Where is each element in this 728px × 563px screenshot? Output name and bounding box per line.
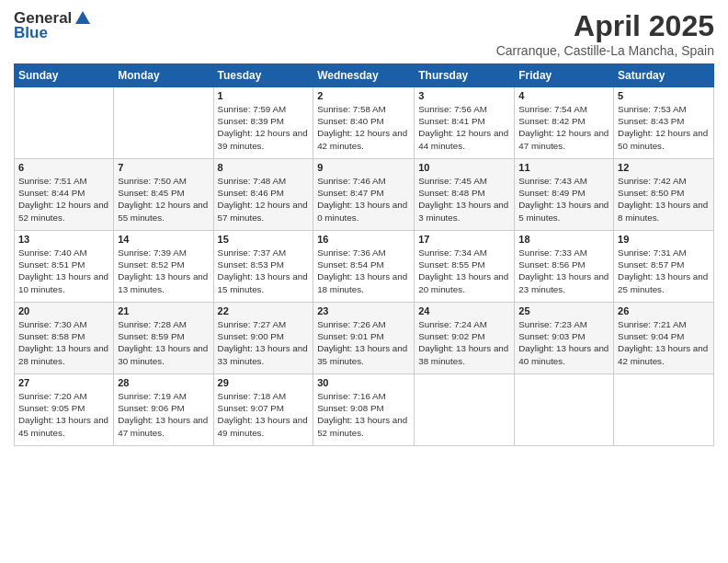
calendar-week-row: 20Sunrise: 7:30 AM Sunset: 8:58 PM Dayli… xyxy=(15,303,714,374)
calendar-cell: 1Sunrise: 7:59 AM Sunset: 8:39 PM Daylig… xyxy=(213,87,313,159)
calendar-cell: 10Sunrise: 7:45 AM Sunset: 8:48 PM Dayli… xyxy=(415,159,515,231)
day-info: Sunrise: 7:56 AM Sunset: 8:41 PM Dayligh… xyxy=(418,103,510,152)
day-info: Sunrise: 7:51 AM Sunset: 8:44 PM Dayligh… xyxy=(18,175,109,224)
day-info: Sunrise: 7:46 AM Sunset: 8:47 PM Dayligh… xyxy=(317,175,410,224)
day-info: Sunrise: 7:39 AM Sunset: 8:52 PM Dayligh… xyxy=(118,247,209,295)
day-info: Sunrise: 7:30 AM Sunset: 8:58 PM Dayligh… xyxy=(18,318,109,367)
day-number: 21 xyxy=(118,305,209,316)
calendar-cell: 8Sunrise: 7:48 AM Sunset: 8:46 PM Daylig… xyxy=(213,159,313,231)
calendar-cell: 3Sunrise: 7:56 AM Sunset: 8:41 PM Daylig… xyxy=(415,87,515,159)
day-number: 13 xyxy=(18,234,109,245)
day-number: 2 xyxy=(317,90,410,101)
calendar-cell xyxy=(15,87,114,159)
day-number: 22 xyxy=(218,305,310,316)
calendar-cell: 23Sunrise: 7:26 AM Sunset: 9:01 PM Dayli… xyxy=(313,303,415,374)
calendar-cell: 25Sunrise: 7:23 AM Sunset: 9:03 PM Dayli… xyxy=(515,303,614,374)
calendar-table: Sunday Monday Tuesday Wednesday Thursday… xyxy=(14,63,714,446)
title-block: April 2025 Carranque, Castille-La Mancha… xyxy=(496,9,714,58)
day-info: Sunrise: 7:20 AM Sunset: 9:05 PM Dayligh… xyxy=(18,390,109,439)
day-info: Sunrise: 7:50 AM Sunset: 8:45 PM Dayligh… xyxy=(118,175,209,224)
day-number: 18 xyxy=(518,234,609,245)
day-number: 12 xyxy=(618,162,710,173)
logo: General Blue xyxy=(14,9,90,42)
day-number: 16 xyxy=(317,234,410,245)
calendar-cell: 6Sunrise: 7:51 AM Sunset: 8:44 PM Daylig… xyxy=(15,159,114,231)
calendar-cell: 24Sunrise: 7:24 AM Sunset: 9:02 PM Dayli… xyxy=(415,303,515,374)
calendar-cell: 13Sunrise: 7:40 AM Sunset: 8:51 PM Dayli… xyxy=(15,231,114,303)
col-friday: Friday xyxy=(515,64,614,87)
day-number: 24 xyxy=(418,305,510,316)
day-info: Sunrise: 7:19 AM Sunset: 9:06 PM Dayligh… xyxy=(118,390,209,439)
day-number: 10 xyxy=(418,162,510,173)
calendar-cell: 7Sunrise: 7:50 AM Sunset: 8:45 PM Daylig… xyxy=(114,159,213,231)
subtitle: Carranque, Castille-La Mancha, Spain xyxy=(496,43,714,58)
logo-blue: Blue xyxy=(14,24,48,42)
calendar-cell: 12Sunrise: 7:42 AM Sunset: 8:50 PM Dayli… xyxy=(614,159,714,231)
calendar-cell: 16Sunrise: 7:36 AM Sunset: 8:54 PM Dayli… xyxy=(313,231,415,303)
day-info: Sunrise: 7:45 AM Sunset: 8:48 PM Dayligh… xyxy=(418,175,510,224)
calendar-cell: 29Sunrise: 7:18 AM Sunset: 9:07 PM Dayli… xyxy=(213,374,313,446)
col-sunday: Sunday xyxy=(15,64,114,87)
col-saturday: Saturday xyxy=(614,64,714,87)
day-info: Sunrise: 7:26 AM Sunset: 9:01 PM Dayligh… xyxy=(317,318,410,367)
calendar-cell: 22Sunrise: 7:27 AM Sunset: 9:00 PM Dayli… xyxy=(213,303,313,374)
day-number: 6 xyxy=(18,162,109,173)
col-tuesday: Tuesday xyxy=(213,64,313,87)
calendar-cell xyxy=(614,374,714,446)
day-info: Sunrise: 7:18 AM Sunset: 9:07 PM Dayligh… xyxy=(218,390,310,439)
calendar-week-row: 27Sunrise: 7:20 AM Sunset: 9:05 PM Dayli… xyxy=(15,374,714,446)
calendar-cell: 11Sunrise: 7:43 AM Sunset: 8:49 PM Dayli… xyxy=(515,159,614,231)
day-info: Sunrise: 7:16 AM Sunset: 9:08 PM Dayligh… xyxy=(317,390,410,439)
day-number: 20 xyxy=(18,305,109,316)
day-info: Sunrise: 7:34 AM Sunset: 8:55 PM Dayligh… xyxy=(418,247,510,295)
col-monday: Monday xyxy=(114,64,213,87)
day-info: Sunrise: 7:28 AM Sunset: 8:59 PM Dayligh… xyxy=(118,318,209,367)
calendar-cell: 2Sunrise: 7:58 AM Sunset: 8:40 PM Daylig… xyxy=(313,87,415,159)
day-number: 15 xyxy=(218,234,310,245)
day-number: 5 xyxy=(618,90,710,101)
day-number: 11 xyxy=(518,162,609,173)
day-number: 23 xyxy=(317,305,410,316)
calendar-cell xyxy=(515,374,614,446)
day-info: Sunrise: 7:43 AM Sunset: 8:49 PM Dayligh… xyxy=(518,175,609,224)
calendar-cell: 19Sunrise: 7:31 AM Sunset: 8:57 PM Dayli… xyxy=(614,231,714,303)
calendar-cell: 14Sunrise: 7:39 AM Sunset: 8:52 PM Dayli… xyxy=(114,231,213,303)
day-info: Sunrise: 7:36 AM Sunset: 8:54 PM Dayligh… xyxy=(317,247,410,295)
calendar-cell: 21Sunrise: 7:28 AM Sunset: 8:59 PM Dayli… xyxy=(114,303,213,374)
day-number: 27 xyxy=(18,377,109,388)
day-info: Sunrise: 7:42 AM Sunset: 8:50 PM Dayligh… xyxy=(618,175,710,224)
day-info: Sunrise: 7:58 AM Sunset: 8:40 PM Dayligh… xyxy=(317,103,410,152)
calendar-cell: 4Sunrise: 7:54 AM Sunset: 8:42 PM Daylig… xyxy=(515,87,614,159)
day-number: 4 xyxy=(518,90,609,101)
day-number: 8 xyxy=(218,162,310,173)
calendar-cell xyxy=(114,87,213,159)
day-number: 19 xyxy=(618,234,710,245)
calendar-cell: 20Sunrise: 7:30 AM Sunset: 8:58 PM Dayli… xyxy=(15,303,114,374)
day-info: Sunrise: 7:31 AM Sunset: 8:57 PM Dayligh… xyxy=(618,247,710,295)
day-number: 9 xyxy=(317,162,410,173)
day-number: 30 xyxy=(317,377,410,388)
day-info: Sunrise: 7:23 AM Sunset: 9:03 PM Dayligh… xyxy=(518,318,609,367)
day-info: Sunrise: 7:59 AM Sunset: 8:39 PM Dayligh… xyxy=(218,103,310,152)
day-number: 28 xyxy=(118,377,209,388)
day-info: Sunrise: 7:27 AM Sunset: 9:00 PM Dayligh… xyxy=(218,318,310,367)
day-number: 25 xyxy=(518,305,609,316)
header: General Blue April 2025 Carranque, Casti… xyxy=(14,9,714,58)
main-title: April 2025 xyxy=(496,9,714,43)
calendar-cell: 9Sunrise: 7:46 AM Sunset: 8:47 PM Daylig… xyxy=(313,159,415,231)
day-number: 3 xyxy=(418,90,510,101)
calendar-cell: 5Sunrise: 7:53 AM Sunset: 8:43 PM Daylig… xyxy=(614,87,714,159)
day-info: Sunrise: 7:21 AM Sunset: 9:04 PM Dayligh… xyxy=(618,318,710,367)
col-wednesday: Wednesday xyxy=(313,64,415,87)
logo-triangle-icon xyxy=(75,11,90,24)
day-number: 14 xyxy=(118,234,209,245)
calendar-week-row: 1Sunrise: 7:59 AM Sunset: 8:39 PM Daylig… xyxy=(15,87,714,159)
calendar-week-row: 6Sunrise: 7:51 AM Sunset: 8:44 PM Daylig… xyxy=(15,159,714,231)
calendar-cell: 26Sunrise: 7:21 AM Sunset: 9:04 PM Dayli… xyxy=(614,303,714,374)
day-number: 29 xyxy=(218,377,310,388)
day-info: Sunrise: 7:24 AM Sunset: 9:02 PM Dayligh… xyxy=(418,318,510,367)
col-thursday: Thursday xyxy=(415,64,515,87)
page: General Blue April 2025 Carranque, Casti… xyxy=(0,0,728,563)
day-number: 17 xyxy=(418,234,510,245)
calendar-cell xyxy=(415,374,515,446)
